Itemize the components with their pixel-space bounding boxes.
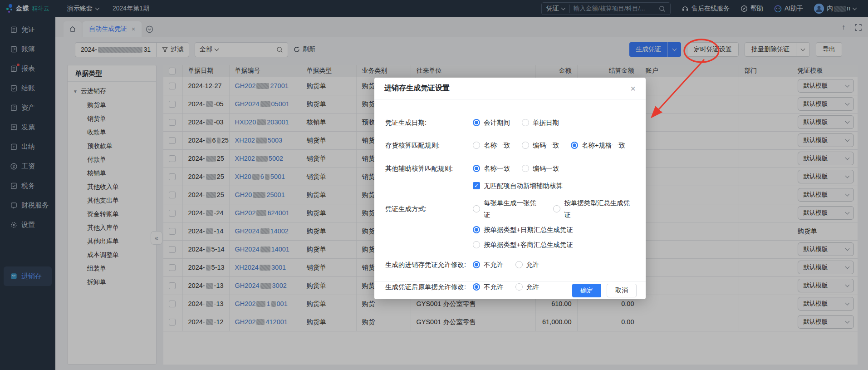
radio-label: 名称+规格一致 xyxy=(582,139,625,151)
radio-label: 按单据类型+客商汇总生成凭证 xyxy=(484,239,573,251)
radio-option[interactable]: 每张单生成一张凭证 xyxy=(473,197,541,221)
radio-option[interactable]: 允许 xyxy=(515,259,539,271)
ok-button[interactable]: 确定 xyxy=(572,284,601,297)
form-row: 生成的进销存凭证允许修改:不允许允许 xyxy=(385,259,635,271)
checkbox-option[interactable]: ✓无匹配项自动新增辅助核算 xyxy=(473,180,563,192)
radio-label: 编码一致 xyxy=(533,163,559,174)
radio-option[interactable]: 名称一致 xyxy=(473,163,510,174)
radio-selected-icon[interactable] xyxy=(473,261,480,268)
radio-icon[interactable] xyxy=(522,142,529,149)
radio-label: 不允许 xyxy=(484,259,504,271)
radio-selected-icon[interactable] xyxy=(473,119,480,126)
form-row: 凭证生成方式:每张单生成一张凭证按单据类型汇总生成凭证 xyxy=(385,197,635,221)
form-row: 其他辅助核算匹配规则:名称一致编码一致 xyxy=(385,163,635,174)
radio-selected-icon[interactable] xyxy=(571,142,578,149)
dialog-header: 进销存生成凭证设置 × xyxy=(374,78,646,99)
radio-option[interactable]: 单据日期 xyxy=(522,117,559,128)
dialog-body: 凭证生成日期:会计期间单据日期存货核算匹配规则:名称一致编码一致名称+规格一致其… xyxy=(374,99,646,293)
radio-option[interactable]: 编码一致 xyxy=(522,163,559,174)
dialog-title: 进销存生成凭证设置 xyxy=(384,84,450,93)
form-row: 按单据类型+日期汇总生成凭证 xyxy=(385,224,635,236)
radio-label: 每张单生成一张凭证 xyxy=(484,197,541,221)
radio-selected-icon[interactable] xyxy=(473,226,480,233)
radio-icon[interactable] xyxy=(473,205,480,212)
radio-option[interactable]: 编码一致 xyxy=(522,139,559,151)
radio-option[interactable]: 按单据类型+日期汇总生成凭证 xyxy=(473,224,573,236)
radio-icon[interactable] xyxy=(473,142,480,149)
form-label: 凭证生成方式: xyxy=(385,203,473,215)
form-label: 凭证生成日期: xyxy=(385,117,473,128)
radio-label: 编码一致 xyxy=(533,139,559,151)
radio-option[interactable]: 按单据类型+客商汇总生成凭证 xyxy=(473,239,573,251)
radio-label: 单据日期 xyxy=(533,117,559,128)
checkbox-checked-icon[interactable]: ✓ xyxy=(473,182,480,189)
form-row: 凭证生成日期:会计期间单据日期 xyxy=(385,117,635,128)
form-row: 按单据类型+客商汇总生成凭证 xyxy=(385,239,635,251)
form-label: 生成的进销存凭证允许修改: xyxy=(385,259,473,271)
radio-label: 会计期间 xyxy=(484,117,510,128)
form-label: 其他辅助核算匹配规则: xyxy=(385,163,473,174)
radio-option[interactable]: 名称+规格一致 xyxy=(571,139,625,151)
radio-option[interactable]: 会计期间 xyxy=(473,117,510,128)
radio-icon[interactable] xyxy=(522,119,529,126)
radio-icon[interactable] xyxy=(473,241,480,248)
radio-icon[interactable] xyxy=(515,261,523,268)
radio-label: 名称一致 xyxy=(484,163,510,174)
checkbox-label: 无匹配项自动新增辅助核算 xyxy=(484,180,563,192)
radio-icon[interactable] xyxy=(522,165,529,172)
radio-label: 按单据类型+日期汇总生成凭证 xyxy=(484,224,573,236)
form-row: ✓无匹配项自动新增辅助核算 xyxy=(385,180,635,192)
dialog-footer: 确定 取消 xyxy=(374,281,646,299)
form-row: 存货核算匹配规则:名称一致编码一致名称+规格一致 xyxy=(385,139,635,151)
radio-label: 按单据类型汇总生成凭证 xyxy=(564,197,635,221)
cancel-button[interactable]: 取消 xyxy=(607,284,637,297)
radio-option[interactable]: 按单据类型汇总生成凭证 xyxy=(553,197,635,221)
radio-option[interactable]: 名称一致 xyxy=(473,139,510,151)
voucher-settings-dialog: 进销存生成凭证设置 × 凭证生成日期:会计期间单据日期存货核算匹配规则:名称一致… xyxy=(374,78,646,299)
form-label: 存货核算匹配规则: xyxy=(385,139,473,151)
radio-label: 允许 xyxy=(526,259,539,271)
radio-icon[interactable] xyxy=(553,205,560,212)
radio-option[interactable]: 不允许 xyxy=(473,259,504,271)
radio-label: 名称一致 xyxy=(484,139,510,151)
radio-selected-icon[interactable] xyxy=(473,165,480,172)
app-window: 金蝶 精斗云 演示账套 2024年第1期 凭证 输入金额/核算项目/科目/...… xyxy=(0,0,868,370)
close-icon[interactable]: × xyxy=(630,84,636,93)
